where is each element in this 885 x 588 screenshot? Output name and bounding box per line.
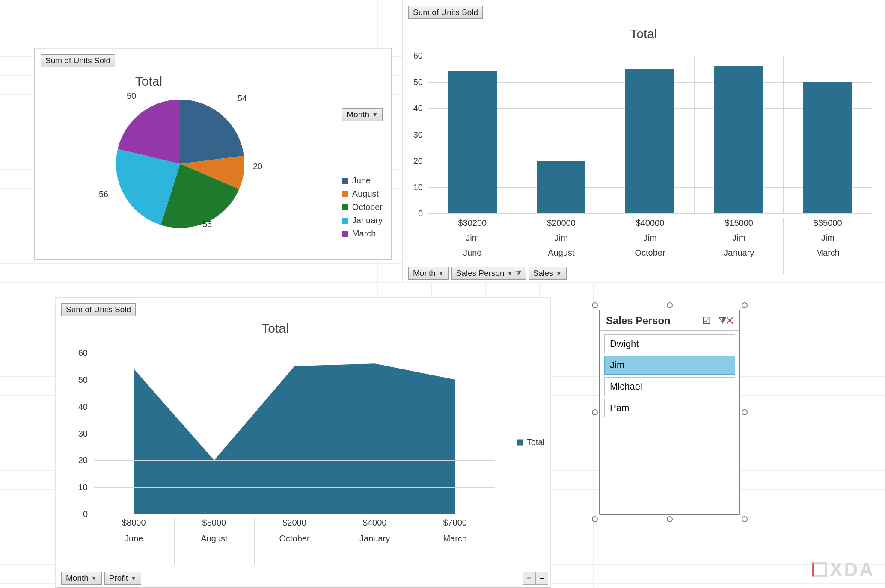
resize-handle[interactable] (667, 302, 673, 308)
legend-label: Total (527, 437, 545, 447)
pie-datalabel: 50 (127, 91, 136, 101)
chevron-down-icon: ▼ (556, 270, 562, 277)
legend-swatch (342, 178, 348, 184)
y-tick: 0 (83, 509, 94, 519)
x-level-person: Jim (555, 233, 568, 243)
pivot-axis-field-button[interactable]: Month▼ (61, 572, 102, 585)
pivot-value-field-button[interactable]: Sum of Units Sold (41, 54, 115, 67)
resize-handle[interactable] (742, 409, 748, 415)
pivot-axis-field-button[interactable]: Sales Person▼⧩ (451, 267, 526, 280)
bar[interactable] (714, 66, 763, 213)
pivot-legend-field-button[interactable]: Month ▼ (342, 108, 383, 121)
y-tick: 30 (78, 428, 94, 438)
resize-handle[interactable] (592, 302, 598, 308)
y-tick: 30 (413, 130, 428, 139)
x-level-person: Jim (466, 233, 479, 243)
x-level-month: October (279, 534, 309, 544)
bar[interactable] (537, 161, 585, 213)
x-level-person: Jim (732, 233, 745, 243)
x-level-month: March (816, 248, 840, 258)
y-tick: 50 (413, 77, 428, 87)
x-level-sales: $15000 (725, 218, 753, 228)
legend-swatch (517, 439, 523, 445)
pie-slice[interactable] (180, 100, 244, 164)
x-level-person: Jim (821, 233, 835, 243)
x-level-profit: $4000 (363, 518, 387, 528)
bar[interactable] (448, 71, 497, 213)
bar[interactable] (803, 82, 852, 214)
slicer-item[interactable]: Michael (604, 377, 735, 396)
y-tick: 20 (413, 156, 428, 166)
y-tick: 60 (78, 348, 94, 358)
legend-label: October (352, 202, 383, 212)
x-level-profit: $8000 (122, 518, 146, 528)
y-tick: 10 (413, 182, 428, 192)
legend-label: August (352, 189, 379, 199)
chart-area[interactable]: Sum of Units Sold Total 0102030405060 To… (55, 297, 551, 588)
pivot-axis-field-button[interactable]: Profit▼ (104, 572, 141, 585)
chevron-down-icon: ▼ (438, 270, 444, 277)
slicer-item[interactable]: Dwight (604, 334, 735, 353)
slicer-title: Sales Person (606, 315, 671, 327)
pivot-axis-field-button[interactable]: Month▼ (408, 267, 449, 280)
slicer-item[interactable]: Jim (604, 356, 735, 375)
area-fill[interactable] (134, 363, 455, 514)
drill-expand-button[interactable]: + (523, 572, 535, 585)
x-level-profit: $5000 (202, 518, 226, 528)
chart-title: Total (402, 27, 885, 41)
chart-pie[interactable]: Sum of Units Sold Total 54 20 55 56 50 M… (34, 48, 392, 260)
x-level-month: October (635, 248, 665, 258)
x-level-month: March (443, 534, 467, 544)
resize-handle[interactable] (592, 409, 598, 415)
legend-swatch (342, 218, 348, 224)
pie-datalabel: 54 (238, 94, 247, 103)
chevron-down-icon: ▼ (91, 575, 97, 582)
resize-handle[interactable] (742, 516, 748, 522)
clear-filter-icon[interactable]: ⧩✕ (719, 315, 734, 326)
y-tick: 10 (78, 482, 94, 492)
logo-icon (812, 562, 827, 577)
pivot-axis-field-row: Month▼ Sales Person▼⧩ Sales▼ (408, 267, 567, 280)
y-tick: 40 (413, 103, 428, 113)
x-level-sales: $35000 (814, 218, 842, 228)
legend-swatch (342, 204, 348, 210)
slicer-selection[interactable]: Sales Person ☑ ⧩✕ DwightJimMichaelPam (595, 305, 745, 519)
pie-datalabel: 20 (253, 162, 262, 171)
bar-plot-area: 0102030405060 (428, 56, 872, 214)
pie-datalabel: 55 (202, 219, 212, 229)
x-level-person: Jim (643, 233, 656, 243)
watermark: XDA (812, 559, 875, 580)
chart-title: Total (35, 74, 263, 89)
pivot-value-field-button[interactable]: Sum of Units Sold (61, 303, 136, 316)
resize-handle[interactable] (667, 516, 673, 522)
pivot-value-field-button[interactable]: Sum of Units Sold (408, 6, 483, 19)
x-level-month: June (463, 248, 481, 258)
slicer[interactable]: Sales Person ☑ ⧩✕ DwightJimMichaelPam (599, 310, 740, 515)
legend-label: January (352, 216, 383, 225)
y-tick: 0 (418, 209, 428, 219)
chevron-down-icon: ▼ (372, 111, 378, 118)
x-level-month: August (548, 248, 574, 258)
pie-datalabel: 56 (99, 189, 108, 199)
x-level-sales: $40000 (636, 218, 665, 228)
x-level-profit: $7000 (443, 518, 467, 528)
legend-label: March (352, 229, 376, 239)
slicer-item[interactable]: Pam (604, 399, 735, 417)
chart-legend: Total (517, 437, 545, 447)
bar[interactable] (625, 69, 674, 213)
chart-bar[interactable]: Sum of Units Sold Total 0102030405060 $3… (402, 0, 885, 282)
bar-x-axis: $30200JimJune$20000JimAugust$40000JimOct… (428, 218, 872, 274)
resize-handle[interactable] (592, 516, 598, 522)
legend-swatch (342, 191, 348, 197)
pivot-axis-field-button[interactable]: Sales▼ (529, 267, 567, 280)
area-plot-area: 0102030405060 (94, 353, 495, 514)
x-level-month: January (724, 248, 754, 258)
x-level-sales: $30200 (458, 218, 487, 228)
multi-select-icon[interactable]: ☑ (702, 315, 711, 326)
chevron-down-icon: ▼ (507, 270, 513, 277)
pivot-legend-field-label: Month (347, 110, 369, 119)
y-tick: 40 (78, 402, 94, 411)
drill-collapse-button[interactable]: − (535, 572, 548, 585)
funnel-icon: ⧩ (516, 269, 521, 277)
resize-handle[interactable] (742, 302, 748, 308)
